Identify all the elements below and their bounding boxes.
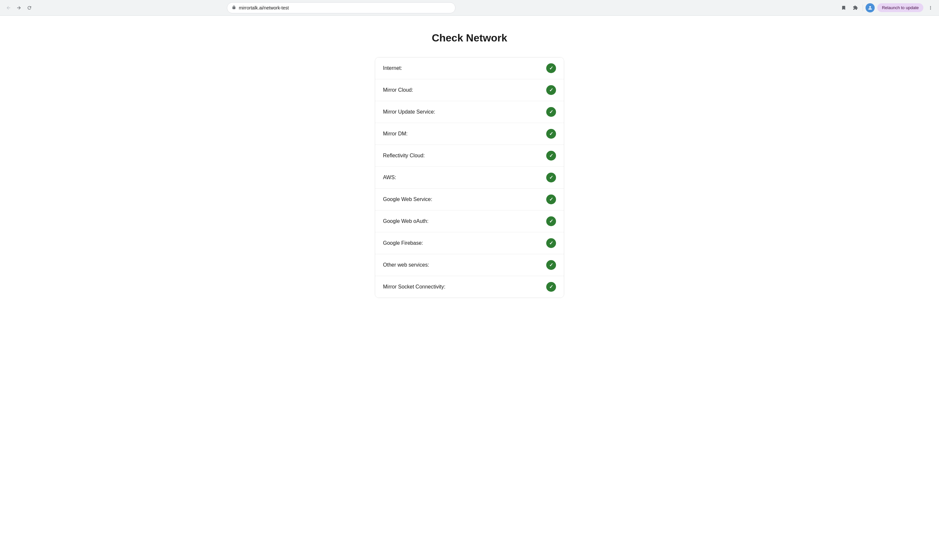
check-icon-reflectivity-cloud (546, 151, 556, 160)
network-label-mirror-cloud: Mirror Cloud: (383, 87, 413, 93)
forward-button[interactable] (14, 3, 23, 12)
network-item-other-web-services: Other web services: (375, 254, 564, 276)
address-bar[interactable] (227, 2, 456, 13)
url-input[interactable] (239, 5, 451, 11)
network-item-google-web-service: Google Web Service: (375, 189, 564, 211)
network-item-internet: Internet: (375, 57, 564, 79)
network-label-mirror-dm: Mirror DM: (383, 131, 408, 137)
network-label-mirror-socket-connectivity: Mirror Socket Connectivity: (383, 284, 445, 290)
network-item-mirror-socket-connectivity: Mirror Socket Connectivity: (375, 276, 564, 298)
nav-buttons (4, 3, 34, 12)
check-icon-mirror-cloud (546, 85, 556, 95)
check-icon-mirror-socket-connectivity (546, 282, 556, 292)
check-icon-google-firebase (546, 238, 556, 248)
network-item-mirror-update-service: Mirror Update Service: (375, 101, 564, 123)
check-icon-aws (546, 172, 556, 182)
page-content: Check Network Internet:Mirror Cloud:Mirr… (0, 16, 939, 560)
back-button[interactable] (4, 3, 13, 12)
network-item-aws: AWS: (375, 167, 564, 189)
check-icon-google-web-service (546, 194, 556, 204)
check-icon-other-web-services (546, 260, 556, 270)
toolbar-right: Relaunch to update (839, 3, 935, 12)
page-title: Check Network (6, 32, 933, 44)
network-label-internet: Internet: (383, 65, 402, 71)
network-list: Internet:Mirror Cloud:Mirror Update Serv… (375, 57, 564, 298)
avatar[interactable] (865, 3, 875, 12)
check-icon-internet (546, 63, 556, 73)
network-label-mirror-update-service: Mirror Update Service: (383, 109, 435, 115)
network-item-google-web-oauth: Google Web oAuth: (375, 211, 564, 232)
bookmark-button[interactable] (839, 3, 848, 12)
browser-toolbar: Relaunch to update (0, 0, 939, 16)
extensions-button[interactable] (851, 3, 860, 12)
network-label-google-web-oauth: Google Web oAuth: (383, 218, 428, 224)
reload-button[interactable] (25, 3, 34, 12)
lock-icon (232, 5, 236, 11)
network-label-other-web-services: Other web services: (383, 262, 429, 268)
network-label-reflectivity-cloud: Reflectivity Cloud: (383, 153, 425, 158)
network-label-aws: AWS: (383, 175, 396, 180)
network-label-google-firebase: Google Firebase: (383, 240, 423, 246)
chrome-menu-button[interactable] (926, 3, 935, 12)
network-item-mirror-cloud: Mirror Cloud: (375, 79, 564, 101)
network-item-mirror-dm: Mirror DM: (375, 123, 564, 145)
check-icon-mirror-update-service (546, 107, 556, 117)
relaunch-button[interactable]: Relaunch to update (877, 3, 923, 12)
network-label-google-web-service: Google Web Service: (383, 197, 432, 202)
network-item-reflectivity-cloud: Reflectivity Cloud: (375, 145, 564, 167)
check-icon-mirror-dm (546, 129, 556, 139)
check-icon-google-web-oauth (546, 216, 556, 226)
network-item-google-firebase: Google Firebase: (375, 232, 564, 254)
